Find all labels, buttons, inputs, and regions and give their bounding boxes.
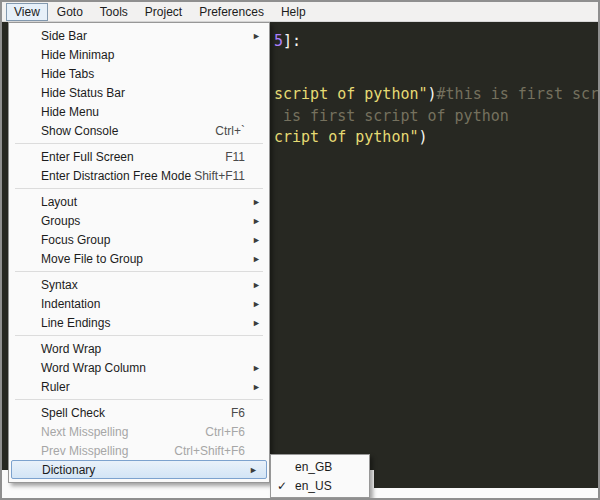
chevron-right-icon: ► bbox=[249, 465, 258, 475]
code-segment: #this is first scr bbox=[437, 85, 598, 103]
menu-item-shortcut: Ctrl+F6 bbox=[205, 425, 245, 439]
menu-item-syntax[interactable]: Syntax► bbox=[9, 275, 269, 294]
menu-item-prev-misspelling[interactable]: Prev MisspellingCtrl+Shift+F6 bbox=[9, 441, 269, 460]
menu-item-next-misspelling[interactable]: Next MisspellingCtrl+F6 bbox=[9, 422, 269, 441]
menubar-item-project[interactable]: Project bbox=[137, 3, 190, 21]
menu-item-show-console[interactable]: Show ConsoleCtrl+` bbox=[9, 121, 269, 140]
sublime-text-window: 5]:script of python")#this is first scri… bbox=[0, 0, 600, 500]
menu-item-dictionary[interactable]: Dictionary► bbox=[11, 460, 267, 479]
chevron-right-icon: ► bbox=[252, 216, 261, 226]
view-menu: Side Bar►Hide MinimapHide TabsHide Statu… bbox=[8, 22, 270, 483]
menu-item-enter-distraction-free-mode[interactable]: Enter Distraction Free ModeShift+F11 bbox=[9, 166, 269, 185]
dictionary-submenu: en_GB✓en_US bbox=[270, 454, 370, 498]
menu-item-enter-full-screen[interactable]: Enter Full ScreenF11 bbox=[9, 147, 269, 166]
menu-item-label: Hide Minimap bbox=[41, 48, 114, 62]
submenu-item-en-us[interactable]: ✓en_US bbox=[271, 476, 369, 495]
menubar-item-tools[interactable]: Tools bbox=[92, 3, 136, 21]
menu-item-hide-menu[interactable]: Hide Menu bbox=[9, 102, 269, 121]
menu-separator bbox=[15, 335, 263, 336]
menu-separator bbox=[15, 399, 263, 400]
menu-item-label: Next Misspelling bbox=[41, 425, 128, 439]
menu-item-label: Spell Check bbox=[41, 406, 105, 420]
menu-item-focus-group[interactable]: Focus Group► bbox=[9, 230, 269, 249]
chevron-right-icon: ► bbox=[252, 363, 261, 373]
menu-item-line-endings[interactable]: Line Endings► bbox=[9, 313, 269, 332]
menu-item-move-file-to-group[interactable]: Move File to Group► bbox=[9, 249, 269, 268]
menu-item-side-bar[interactable]: Side Bar► bbox=[9, 26, 269, 45]
menu-item-indentation[interactable]: Indentation► bbox=[9, 294, 269, 313]
chevron-right-icon: ► bbox=[252, 299, 261, 309]
menu-item-label: Word Wrap bbox=[41, 342, 101, 356]
menubar-item-preferences[interactable]: Preferences bbox=[191, 3, 272, 21]
checkmark-icon: ✓ bbox=[277, 479, 287, 493]
menu-item-label: Indentation bbox=[41, 297, 100, 311]
chevron-right-icon: ► bbox=[252, 318, 261, 328]
menu-item-label: Hide Menu bbox=[41, 105, 99, 119]
code-segment: ) bbox=[428, 85, 437, 103]
menu-item-spell-check[interactable]: Spell CheckF6 bbox=[9, 403, 269, 422]
menu-item-label: Focus Group bbox=[41, 233, 110, 247]
code-line: cript of python") bbox=[274, 128, 428, 146]
menu-item-hide-minimap[interactable]: Hide Minimap bbox=[9, 45, 269, 64]
submenu-item-label: en_US bbox=[295, 479, 332, 493]
menu-item-shortcut: F11 bbox=[225, 150, 245, 164]
code-segment: 5 bbox=[274, 32, 283, 50]
submenu-item-en-gb[interactable]: en_GB bbox=[271, 457, 369, 476]
chevron-right-icon: ► bbox=[252, 382, 261, 392]
menu-item-label: Ruler bbox=[41, 380, 70, 394]
menu-item-label: Dictionary bbox=[42, 463, 95, 477]
menu-item-label: Show Console bbox=[41, 124, 118, 138]
menu-separator bbox=[15, 143, 263, 144]
menu-item-label: Hide Status Bar bbox=[41, 86, 125, 100]
menu-item-label: Prev Misspelling bbox=[41, 444, 128, 458]
menu-item-shortcut: Ctrl+Shift+F6 bbox=[174, 444, 245, 458]
menu-item-word-wrap[interactable]: Word Wrap bbox=[9, 339, 269, 358]
menu-item-ruler[interactable]: Ruler► bbox=[9, 377, 269, 396]
chevron-right-icon: ► bbox=[252, 31, 261, 41]
menu-item-hide-status-bar[interactable]: Hide Status Bar bbox=[9, 83, 269, 102]
menu-item-label: Line Endings bbox=[41, 316, 110, 330]
chevron-right-icon: ► bbox=[252, 280, 261, 290]
chevron-right-icon: ► bbox=[252, 254, 261, 264]
menu-item-shortcut: Shift+F11 bbox=[194, 169, 245, 183]
bottom-strip bbox=[374, 488, 598, 498]
menu-item-label: Enter Full Screen bbox=[41, 150, 134, 164]
submenu-item-label: en_GB bbox=[295, 460, 332, 474]
menu-item-label: Side Bar bbox=[41, 29, 87, 43]
code-segment: script of python" bbox=[274, 85, 428, 103]
menu-item-shortcut: F6 bbox=[231, 406, 245, 420]
menu-item-label: Groups bbox=[41, 214, 80, 228]
menu-item-label: Layout bbox=[41, 195, 77, 209]
menubar: ViewGotoToolsProjectPreferencesHelp bbox=[2, 2, 598, 22]
menubar-item-view[interactable]: View bbox=[6, 3, 48, 21]
menu-item-label: Syntax bbox=[41, 278, 78, 292]
menu-item-label: Move File to Group bbox=[41, 252, 143, 266]
menu-item-shortcut: Ctrl+` bbox=[215, 124, 245, 138]
chevron-right-icon: ► bbox=[252, 197, 261, 207]
menu-item-label: Hide Tabs bbox=[41, 67, 94, 81]
code-line: is first script of python bbox=[283, 107, 509, 125]
code-segment: ]: bbox=[283, 32, 301, 50]
menu-item-label: Word Wrap Column bbox=[41, 361, 146, 375]
menu-separator bbox=[15, 188, 263, 189]
code-segment: is first script of python bbox=[283, 107, 509, 125]
code-line: script of python")#this is first scr bbox=[274, 85, 598, 103]
code-line: 5]: bbox=[274, 32, 301, 50]
menu-item-groups[interactable]: Groups► bbox=[9, 211, 269, 230]
menu-separator bbox=[15, 271, 263, 272]
menu-item-hide-tabs[interactable]: Hide Tabs bbox=[9, 64, 269, 83]
menu-item-label: Enter Distraction Free Mode bbox=[41, 169, 191, 183]
menu-item-word-wrap-column[interactable]: Word Wrap Column► bbox=[9, 358, 269, 377]
code-segment: cript of python" bbox=[274, 128, 419, 146]
code-segment: ) bbox=[419, 128, 428, 146]
chevron-right-icon: ► bbox=[252, 235, 261, 245]
menubar-item-help[interactable]: Help bbox=[273, 3, 314, 21]
menubar-item-goto[interactable]: Goto bbox=[49, 3, 91, 21]
menu-item-layout[interactable]: Layout► bbox=[9, 192, 269, 211]
